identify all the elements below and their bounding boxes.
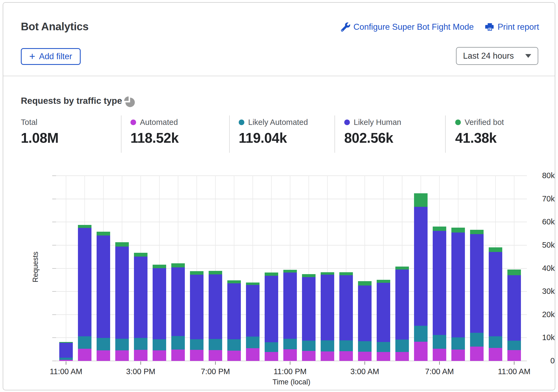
- bar-16-likely-human[interactable]: [358, 285, 372, 341]
- bar-13-likely-automated[interactable]: [302, 341, 316, 351]
- bar-13-likely-human[interactable]: [302, 277, 316, 341]
- bar-15-likely-automated[interactable]: [339, 340, 353, 351]
- bar-9-likely-automated[interactable]: [227, 339, 241, 351]
- bar-15-automated[interactable]: [339, 351, 353, 361]
- configure-super-bot-fight-mode-link[interactable]: Configure Super Bot Fight Mode: [341, 22, 474, 32]
- bar-21-verified-bot[interactable]: [451, 228, 465, 232]
- bar-21-automated[interactable]: [451, 350, 465, 361]
- bar-6-likely-human[interactable]: [171, 267, 185, 336]
- bar-2-likely-human[interactable]: [97, 235, 110, 338]
- bar-19-automated[interactable]: [414, 342, 428, 361]
- bar-4-likely-automated[interactable]: [134, 338, 147, 350]
- bar-16-automated[interactable]: [358, 352, 372, 361]
- bar-8-likely-automated[interactable]: [209, 339, 222, 350]
- bar-15-likely-human[interactable]: [339, 275, 353, 340]
- bar-13-verified-bot[interactable]: [302, 274, 316, 277]
- bar-17-verified-bot[interactable]: [377, 280, 390, 283]
- bar-18-likely-human[interactable]: [395, 270, 409, 340]
- bar-5-verified-bot[interactable]: [153, 265, 166, 268]
- bar-7-verified-bot[interactable]: [190, 271, 203, 275]
- bar-1-likely-automated[interactable]: [78, 336, 91, 348]
- bar-18-likely-automated[interactable]: [395, 340, 409, 352]
- bar-5-likely-automated[interactable]: [153, 339, 166, 350]
- bar-24-likely-human[interactable]: [507, 275, 521, 340]
- bar-23-verified-bot[interactable]: [489, 247, 502, 252]
- bar-10-likely-human[interactable]: [246, 285, 260, 337]
- bar-10-verified-bot[interactable]: [246, 283, 260, 285]
- bar-21-likely-automated[interactable]: [451, 337, 465, 350]
- bar-13-automated[interactable]: [302, 351, 316, 361]
- bar-11-verified-bot[interactable]: [265, 273, 278, 276]
- bar-17-likely-automated[interactable]: [377, 342, 390, 352]
- bar-20-likely-automated[interactable]: [433, 335, 446, 349]
- bar-3-verified-bot[interactable]: [115, 242, 129, 247]
- bar-22-automated[interactable]: [470, 347, 484, 361]
- bar-2-verified-bot[interactable]: [97, 232, 110, 235]
- bar-9-automated[interactable]: [227, 351, 241, 361]
- bar-21-likely-human[interactable]: [451, 232, 465, 337]
- bar-7-automated[interactable]: [190, 350, 203, 361]
- bar-11-likely-automated[interactable]: [265, 342, 278, 352]
- bar-0-likely-automated[interactable]: [59, 358, 73, 360]
- bar-3-automated[interactable]: [115, 350, 129, 361]
- bar-17-automated[interactable]: [377, 352, 390, 361]
- bar-15-verified-bot[interactable]: [339, 272, 353, 275]
- bar-22-verified-bot[interactable]: [470, 230, 484, 234]
- bar-7-likely-automated[interactable]: [190, 339, 203, 350]
- bar-3-likely-human[interactable]: [115, 247, 129, 339]
- print-report-link[interactable]: Print report: [485, 22, 539, 32]
- bar-7-likely-human[interactable]: [190, 275, 203, 340]
- bar-1-automated[interactable]: [78, 349, 91, 361]
- bar-4-automated[interactable]: [134, 350, 147, 361]
- bar-8-likely-human[interactable]: [209, 274, 222, 339]
- bar-20-likely-human[interactable]: [433, 231, 446, 335]
- bar-11-likely-human[interactable]: [265, 276, 278, 342]
- bar-10-likely-automated[interactable]: [246, 337, 260, 348]
- bar-14-verified-bot[interactable]: [321, 272, 334, 275]
- bar-18-verified-bot[interactable]: [395, 267, 409, 270]
- bar-23-likely-human[interactable]: [489, 252, 502, 337]
- bar-16-verified-bot[interactable]: [358, 281, 372, 285]
- bar-12-verified-bot[interactable]: [283, 270, 297, 273]
- bar-22-likely-human[interactable]: [470, 234, 484, 333]
- bar-1-verified-bot[interactable]: [78, 225, 91, 228]
- bar-0-automated[interactable]: [59, 360, 73, 361]
- bar-5-likely-human[interactable]: [153, 268, 166, 340]
- bar-0-verified-bot[interactable]: [59, 342, 73, 343]
- bar-11-automated[interactable]: [265, 352, 278, 361]
- bar-6-likely-automated[interactable]: [171, 336, 185, 350]
- bar-14-likely-human[interactable]: [321, 275, 334, 340]
- bar-14-automated[interactable]: [321, 351, 334, 361]
- bar-19-verified-bot[interactable]: [414, 193, 428, 207]
- add-filter-button[interactable]: + Add filter: [21, 48, 81, 65]
- bar-5-automated[interactable]: [153, 350, 166, 361]
- bar-20-verified-bot[interactable]: [433, 227, 446, 231]
- bar-6-automated[interactable]: [171, 350, 185, 361]
- bar-1-likely-human[interactable]: [78, 228, 91, 337]
- bar-0-likely-human[interactable]: [59, 343, 73, 358]
- bar-23-automated[interactable]: [489, 348, 502, 361]
- bar-4-likely-human[interactable]: [134, 257, 147, 338]
- bar-20-automated[interactable]: [433, 349, 446, 361]
- bar-4-verified-bot[interactable]: [134, 253, 147, 257]
- bar-10-automated[interactable]: [246, 348, 260, 361]
- bar-16-likely-automated[interactable]: [358, 341, 372, 352]
- time-range-dropdown[interactable]: Last 24 hours: [456, 47, 538, 65]
- bar-12-automated[interactable]: [283, 349, 297, 361]
- bar-19-likely-automated[interactable]: [414, 326, 428, 342]
- bar-6-verified-bot[interactable]: [171, 263, 185, 267]
- bar-2-likely-automated[interactable]: [97, 338, 110, 350]
- bar-9-likely-human[interactable]: [227, 283, 241, 339]
- bar-18-automated[interactable]: [395, 352, 409, 361]
- bar-19-likely-human[interactable]: [414, 207, 428, 326]
- bar-23-likely-automated[interactable]: [489, 336, 502, 348]
- bar-12-likely-automated[interactable]: [283, 339, 297, 349]
- bar-8-verified-bot[interactable]: [209, 271, 222, 274]
- bar-3-likely-automated[interactable]: [115, 339, 129, 351]
- bar-9-verified-bot[interactable]: [227, 280, 241, 283]
- bar-22-likely-automated[interactable]: [470, 333, 484, 347]
- bar-2-automated[interactable]: [97, 350, 110, 361]
- bar-12-likely-human[interactable]: [283, 273, 297, 339]
- bar-8-automated[interactable]: [209, 350, 222, 361]
- bar-17-likely-human[interactable]: [377, 283, 390, 342]
